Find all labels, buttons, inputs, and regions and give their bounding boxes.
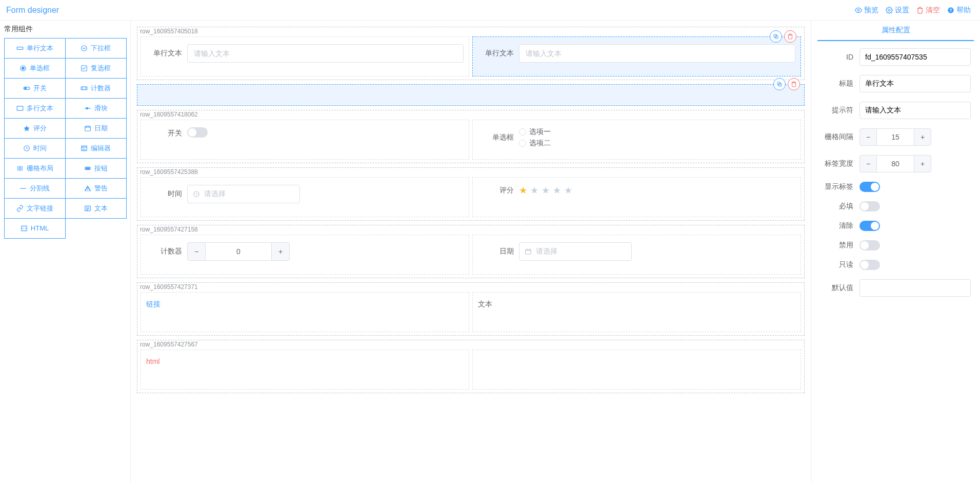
star-icon[interactable]: ★: [553, 185, 561, 196]
palette-item-select[interactable]: 下拉框: [65, 38, 127, 59]
prop-clearable-switch[interactable]: [859, 221, 880, 231]
palette-item-html[interactable]: HTML: [4, 218, 66, 239]
palette-item-grid[interactable]: 栅格布局: [4, 158, 66, 179]
text-input[interactable]: [519, 44, 795, 63]
time-picker[interactable]: 请选择: [187, 185, 300, 203]
palette-item-textarea[interactable]: 多行文本: [4, 98, 66, 119]
star-icon[interactable]: ★: [542, 185, 550, 196]
canvas-cell[interactable]: 单行文本: [472, 36, 801, 76]
prop-readonly-switch[interactable]: [859, 260, 880, 270]
select-icon: [81, 45, 88, 52]
palette-item-divider[interactable]: 分割线: [4, 178, 66, 199]
link-icon: [16, 205, 24, 212]
canvas-cell[interactable]: 时间请选择: [141, 177, 469, 217]
palette-item-editor[interactable]: 编辑器: [65, 138, 127, 159]
text-input[interactable]: [187, 44, 464, 63]
canvas-row[interactable]: row_1609557427567html: [137, 340, 805, 393]
counter-control[interactable]: −0+: [187, 242, 290, 261]
text-link[interactable]: 链接: [146, 300, 161, 308]
svg-point-5: [82, 45, 87, 51]
minus-icon[interactable]: −: [859, 128, 877, 146]
canvas-cell[interactable]: 单选框选项一选项二: [472, 120, 801, 160]
canvas-cell[interactable]: html: [141, 350, 469, 390]
canvas-row[interactable]: row_1609557427371链接文本: [137, 282, 805, 336]
star-icon[interactable]: ★: [519, 185, 527, 196]
canvas-row[interactable]: row_1609557405018单行文本单行文本: [137, 27, 805, 80]
palette-item-button[interactable]: BTN按钮: [65, 158, 127, 179]
palette-item-slider[interactable]: 滑块: [65, 98, 127, 119]
delete-button[interactable]: [788, 78, 800, 90]
textarea-icon: [16, 105, 24, 112]
radio-option[interactable]: 选项二: [519, 139, 795, 148]
star-icon[interactable]: ★: [564, 185, 572, 196]
svg-rect-16: [82, 146, 87, 150]
palette-item-time[interactable]: 时间: [4, 138, 66, 159]
palette-item-text[interactable]: 文本: [65, 198, 127, 219]
prop-id-input[interactable]: [859, 48, 971, 66]
prop-gutter-stepper[interactable]: − 15 +: [859, 128, 931, 146]
palette-item-radio[interactable]: 单选框: [4, 58, 66, 79]
svg-rect-11: [81, 87, 87, 90]
prop-default-input[interactable]: [859, 279, 971, 297]
prop-default-label: 默认值: [821, 283, 853, 293]
rate-control[interactable]: ★★★★★: [519, 185, 795, 196]
date-picker[interactable]: 请选择: [519, 242, 632, 261]
canvas-cell[interactable]: 文本: [472, 292, 801, 332]
canvas-cell[interactable]: 单行文本: [141, 36, 469, 76]
plus-icon[interactable]: +: [271, 242, 290, 261]
canvas-cell[interactable]: 日期请选择: [472, 235, 801, 275]
settings-button[interactable]: 设置: [886, 6, 909, 15]
palette-item-link[interactable]: 文字链接: [4, 198, 66, 219]
counter-icon: [81, 85, 88, 92]
plus-icon[interactable]: +: [914, 128, 931, 146]
palette-item-counter[interactable]: 计数器: [65, 78, 127, 99]
canvas-cell[interactable]: 计数器−0+: [141, 235, 469, 275]
canvas-row[interactable]: row_1609557427158计数器−0+日期请选择: [137, 225, 805, 278]
canvas[interactable]: row_1609557405018单行文本单行文本row_16095574180…: [131, 21, 811, 482]
slider-icon: [84, 105, 91, 112]
canvas-cell[interactable]: 开关: [141, 120, 469, 160]
eye-icon: [855, 7, 862, 14]
help-button[interactable]: ? 帮助: [947, 6, 971, 15]
calendar-icon: [525, 248, 532, 255]
palette-item-checkbox[interactable]: 复选框: [65, 58, 127, 79]
prop-labelwidth-stepper[interactable]: − 80 +: [859, 155, 931, 172]
svg-rect-20: [87, 189, 88, 190]
header: Form designer 预览 设置 清空 ? 帮助: [0, 0, 980, 21]
canvas-row[interactable]: row_1609557418062开关单选框选项一选项二: [137, 110, 805, 163]
star-icon[interactable]: ★: [530, 185, 538, 196]
copy-button[interactable]: [770, 30, 782, 43]
palette-item-star[interactable]: 评分: [4, 118, 66, 139]
gear-icon: [886, 7, 893, 14]
palette-item-date[interactable]: 日期: [65, 118, 127, 139]
minus-icon[interactable]: −: [187, 242, 206, 261]
prop-showlabel-switch[interactable]: [859, 182, 880, 192]
canvas-row[interactable]: row_1609557425388时间请选择评分★★★★★: [137, 167, 805, 221]
prop-disabled-switch[interactable]: [859, 240, 880, 250]
row-id-label: row_1609557427158: [137, 225, 201, 234]
clear-button[interactable]: 清空: [916, 6, 940, 15]
plus-icon[interactable]: +: [914, 155, 931, 172]
row-id-label: row_1609557405018: [137, 27, 201, 36]
tab-properties[interactable]: 属性配置: [817, 21, 974, 41]
canvas-cell[interactable]: 链接: [141, 292, 469, 332]
palette-item-switch[interactable]: 开关: [4, 78, 66, 99]
minus-icon[interactable]: −: [859, 155, 877, 172]
delete-button[interactable]: [784, 30, 796, 43]
svg-rect-14: [85, 126, 90, 130]
svg-point-13: [86, 107, 88, 109]
editor-icon: [81, 145, 88, 152]
palette-item-input[interactable]: 单行文本: [4, 38, 66, 59]
prop-placeholder-input[interactable]: [859, 102, 971, 119]
copy-button[interactable]: [773, 78, 786, 90]
prop-required-switch[interactable]: [859, 201, 880, 211]
date-icon: [84, 125, 91, 132]
canvas-row[interactable]: [137, 84, 805, 106]
switch-toggle[interactable]: [187, 127, 208, 138]
canvas-cell[interactable]: 评分★★★★★: [472, 177, 801, 217]
palette-item-alert[interactable]: 警告: [65, 178, 127, 199]
canvas-cell[interactable]: [472, 350, 801, 390]
prop-title-input[interactable]: [859, 75, 971, 92]
radio-option[interactable]: 选项一: [519, 127, 795, 137]
preview-button[interactable]: 预览: [855, 6, 878, 15]
